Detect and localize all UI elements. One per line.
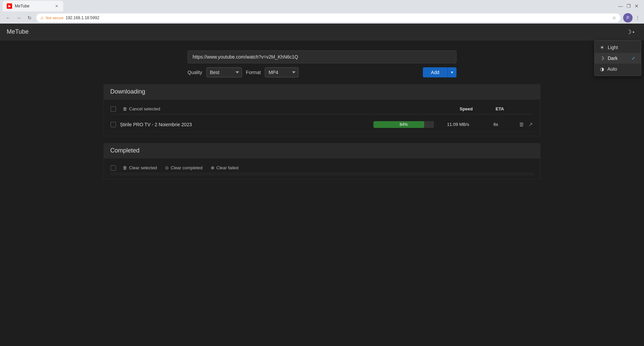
theme-label-dark: Dark <box>608 56 618 61</box>
tab-favicon: ▶ <box>7 3 12 9</box>
trash-icon: 🗑 <box>123 106 127 111</box>
speed-value: 11.09 MB/s <box>438 122 478 127</box>
close-button[interactable]: ✕ <box>635 4 639 8</box>
browser-toolbar: ← → ↻ ⚠ Not secure 192.168.1.18:5992 ☆ P… <box>0 12 644 24</box>
theme-caret-icon: ▸ <box>633 30 635 34</box>
downloading-title: Downloading <box>110 88 145 95</box>
browser-chrome: ▶ MeTube ✕ — ❐ ✕ ← → ↻ ⚠ Not secure 192.… <box>0 0 644 24</box>
controls-row: Quality Best 1080p 720p 480p 360p Audio … <box>188 67 456 77</box>
select-all-completed-checkbox[interactable] <box>111 165 116 171</box>
security-text: Not secure <box>46 16 64 20</box>
format-label: Format <box>246 70 261 75</box>
actions-column-header <box>513 106 533 111</box>
format-select[interactable]: MP4 MKV AVI MP3 M4A <box>265 67 298 77</box>
theme-option-light[interactable]: ☀ Light <box>595 42 641 53</box>
url-section: Quality Best 1080p 720p 480p 360p Audio … <box>188 50 456 77</box>
sun-icon: ☀ <box>600 45 604 50</box>
cancel-selected-button[interactable]: 🗑 Cancel selected <box>121 106 162 112</box>
completed-title: Completed <box>110 147 139 154</box>
theme-option-auto[interactable]: ◑ Auto <box>595 64 641 74</box>
theme-dropdown: ☀ Light ☽ Dark ✓ ◑ Auto <box>594 40 641 76</box>
eta-column-header: ETA <box>486 106 513 111</box>
completed-actions: 🗑 Clear selected ⊙ Clear completed ⊗ Cle… <box>111 163 533 173</box>
select-all-downloading-checkbox[interactable] <box>111 106 116 112</box>
downloading-actions: 🗑 Cancel selected Speed ETA <box>111 104 533 114</box>
table-row: Știrile PRO TV - 2 Noiembrie 2023 84% 11… <box>111 117 533 132</box>
theme-option-dark[interactable]: ☽ Dark ✓ <box>595 53 641 64</box>
browser-tab[interactable]: ▶ MeTube ✕ <box>3 1 63 11</box>
dropdown-caret-icon: ▾ <box>451 70 453 75</box>
clear-failed-button[interactable]: ⊗ Clear failed <box>209 165 240 171</box>
delete-row-button[interactable]: 🗑 <box>518 120 525 128</box>
app-header: MeTube ☽ ▸ <box>0 24 644 40</box>
tab-close-button[interactable]: ✕ <box>54 3 59 9</box>
downloading-header: Downloading <box>104 84 540 99</box>
app-title: MeTube <box>7 28 29 35</box>
progress-text: 84% <box>373 121 434 128</box>
downloading-body: 🗑 Cancel selected Speed ETA Știrile PRO … <box>104 99 540 136</box>
completed-header: Completed <box>104 143 540 158</box>
eta-value: 6s <box>482 122 509 127</box>
window-controls: — ❐ ✕ <box>618 4 641 8</box>
quality-select[interactable]: Best 1080p 720p 480p 360p Audio only <box>206 67 242 77</box>
theme-toggle-button[interactable]: ☽ ▸ <box>623 27 637 37</box>
browser-title-bar: ▶ MeTube ✕ — ❐ ✕ <box>0 0 644 12</box>
speed-column-header: Speed <box>446 106 486 111</box>
address-bar[interactable]: ⚠ Not secure 192.168.1.18:5992 ☆ <box>36 13 620 22</box>
auto-icon: ◑ <box>600 66 604 72</box>
reload-button[interactable]: ↻ <box>26 14 34 22</box>
completed-section: Completed 🗑 Clear selected ⊙ Clear compl… <box>104 143 540 179</box>
browser-menu-button[interactable]: ⋮ <box>635 15 640 21</box>
forward-button[interactable]: → <box>15 14 23 22</box>
check-icon: ✓ <box>632 56 636 61</box>
theme-label-light: Light <box>608 45 618 50</box>
restore-button[interactable]: ❐ <box>627 4 631 8</box>
download-filename: Știrile PRO TV - 2 Noiembrie 2023 <box>120 122 369 127</box>
dark-moon-icon: ☽ <box>600 56 604 61</box>
cancel-selected-label: Cancel selected <box>129 106 160 111</box>
open-row-button[interactable]: ↗ <box>528 120 533 128</box>
tab-title: MeTube <box>15 4 51 8</box>
url-input[interactable] <box>188 50 456 63</box>
progress-bar-container: 84% <box>373 121 434 128</box>
downloading-section: Downloading 🗑 Cancel selected Speed ETA <box>104 84 540 136</box>
theme-label-auto: Auto <box>607 66 617 72</box>
back-button[interactable]: ← <box>4 14 12 22</box>
add-button[interactable]: Add <box>423 67 447 77</box>
x-circle-icon: ⊗ <box>211 165 214 170</box>
minimize-button[interactable]: — <box>618 4 622 8</box>
app-container: MeTube ☽ ▸ ☀ Light ☽ Dark ✓ ◑ Auto Quali… <box>0 24 644 346</box>
row-checkbox[interactable] <box>111 122 116 127</box>
trash-icon-completed: 🗑 <box>123 165 127 170</box>
clear-completed-button[interactable]: ⊙ Clear completed <box>164 165 204 171</box>
clear-failed-label: Clear failed <box>216 165 239 170</box>
clear-selected-button[interactable]: 🗑 Clear selected <box>121 165 158 171</box>
main-content: Quality Best 1080p 720p 480p 360p Audio … <box>0 40 644 346</box>
address-text: 192.168.1.18:5992 <box>66 15 610 20</box>
bookmark-icon[interactable]: ☆ <box>612 15 616 21</box>
security-icon: ⚠ <box>40 16 44 20</box>
add-dropdown-button[interactable]: ▾ <box>447 67 456 77</box>
clear-selected-label: Clear selected <box>129 165 157 170</box>
profile-button[interactable]: P <box>623 13 633 23</box>
add-button-group: Add ▾ <box>423 67 456 77</box>
row-action-buttons: 🗑 ↗ <box>513 120 533 128</box>
quality-label: Quality <box>188 70 202 75</box>
moon-icon: ☽ <box>626 28 632 36</box>
clear-completed-label: Clear completed <box>171 165 203 170</box>
check-circle-icon: ⊙ <box>165 165 169 170</box>
completed-body: 🗑 Clear selected ⊙ Clear completed ⊗ Cle… <box>104 158 540 179</box>
